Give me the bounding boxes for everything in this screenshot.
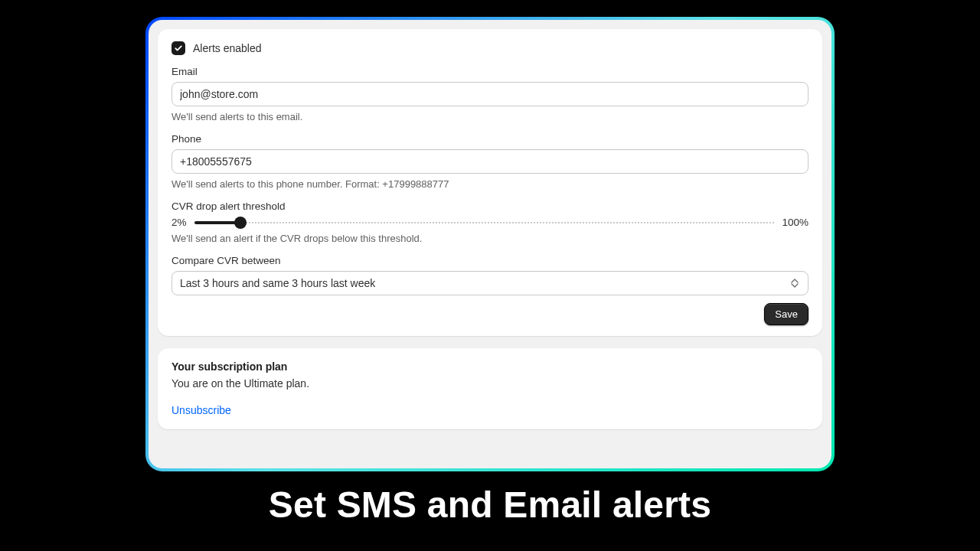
threshold-field-group: CVR drop alert threshold 2% 100% We'll s… (172, 201, 808, 244)
unsubscribe-link[interactable]: Unsubscribe (172, 404, 231, 416)
check-icon (174, 44, 183, 53)
compare-field-group: Compare CVR between Last 3 hours and sam… (172, 255, 808, 295)
threshold-max: 100% (782, 217, 808, 228)
hero-caption: Set SMS and Email alerts (0, 484, 980, 526)
email-input[interactable] (172, 82, 808, 106)
alerts-card: Alerts enabled Email We'll send alerts t… (158, 29, 822, 336)
phone-input[interactable] (172, 149, 808, 174)
alerts-enabled-label: Alerts enabled (193, 42, 262, 54)
threshold-help: We'll send an alert if the CVR drops bel… (172, 233, 808, 244)
slider-track-line (194, 222, 775, 223)
email-label: Email (172, 66, 808, 77)
compare-label: Compare CVR between (172, 255, 808, 266)
alerts-enabled-checkbox[interactable] (172, 41, 185, 55)
threshold-label: CVR drop alert threshold (172, 201, 808, 212)
save-row: Save (172, 303, 808, 325)
compare-selected-value: Last 3 hours and same 3 hours last week (180, 277, 375, 289)
subscription-text: You are on the Ultimate plan. (172, 377, 808, 390)
compare-select[interactable]: Last 3 hours and same 3 hours last week (172, 271, 808, 295)
threshold-slider[interactable] (194, 217, 775, 228)
subscription-title: Your subscription plan (172, 360, 808, 373)
phone-help: We'll send alerts to this phone number. … (172, 178, 808, 190)
slider-thumb[interactable] (234, 217, 247, 229)
phone-field-group: Phone We'll send alerts to this phone nu… (172, 133, 808, 190)
settings-panel-wrap: Alerts enabled Email We'll send alerts t… (145, 17, 835, 471)
save-button[interactable]: Save (764, 303, 808, 325)
email-help: We'll send alerts to this email. (172, 111, 808, 122)
select-chevrons-icon (791, 278, 800, 289)
threshold-slider-row: 2% 100% (172, 217, 808, 228)
settings-panel: Alerts enabled Email We'll send alerts t… (149, 20, 831, 468)
threshold-min: 2% (172, 217, 187, 228)
slider-fill (194, 221, 241, 224)
email-field-group: Email We'll send alerts to this email. (172, 66, 808, 122)
phone-label: Phone (172, 133, 808, 145)
subscription-card: Your subscription plan You are on the Ul… (158, 348, 822, 429)
alerts-enabled-row: Alerts enabled (172, 41, 808, 55)
